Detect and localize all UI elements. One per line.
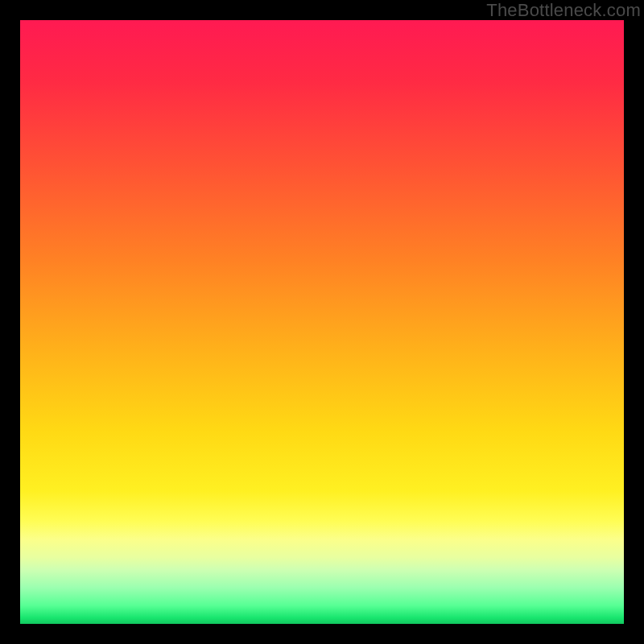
gradient-background [20, 20, 624, 624]
outer-frame: TheBottleneck.com [0, 0, 644, 644]
plot-area [20, 20, 624, 624]
watermark-text: TheBottleneck.com [486, 0, 641, 21]
